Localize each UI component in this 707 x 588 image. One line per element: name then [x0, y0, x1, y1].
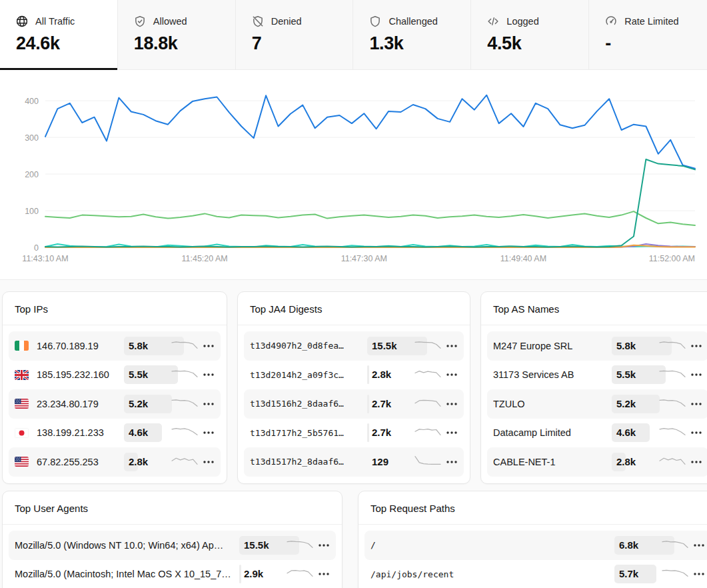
top-panels-row-2: Top User Agents Mozilla/5.0 (Windows NT …: [0, 491, 707, 588]
value-bar: [367, 395, 369, 413]
list-item-top-ja4-digests-1[interactable]: t13d4907h2_0d8fea… 15.5k: [244, 331, 464, 361]
more-options-icon[interactable]: [201, 460, 217, 464]
list-item-value: 2.9k: [244, 568, 263, 579]
list-item-top-user-agents-1[interactable]: Mozilla/5.0 (Windows NT 10.0; Win64; x64…: [9, 531, 336, 560]
list-item-value: 5.5k: [616, 369, 636, 380]
more-options-icon[interactable]: [444, 431, 460, 435]
list-item-top-ips-1[interactable]: 146.70.189.19 5.8k: [9, 331, 221, 361]
tab-denied[interactable]: Denied 7: [236, 0, 354, 70]
tab-head: Challenged: [369, 15, 470, 27]
tab-head: Allowed: [134, 15, 235, 27]
list-item-value: 129: [372, 456, 388, 467]
more-options-icon[interactable]: [688, 373, 704, 377]
x-axis-tick-label: 11:52:00 AM: [649, 254, 695, 263]
sparkline: [414, 368, 444, 381]
globe-icon: [16, 15, 28, 27]
list-item-label: 31173 Services AB: [493, 369, 616, 380]
sparkline: [662, 567, 691, 581]
sparkline: [287, 567, 316, 581]
panel-header: Top User Agents: [3, 491, 342, 525]
more-options-icon[interactable]: [691, 543, 707, 547]
more-options-icon[interactable]: [691, 572, 707, 576]
more-options-icon[interactable]: [688, 431, 704, 435]
list-item-top-as-names-4[interactable]: Datacamp Limited 4.6k: [487, 419, 707, 448]
more-options-icon[interactable]: [688, 460, 704, 464]
panel-body: Mozilla/5.0 (Windows NT 10.0; Win64; x64…: [3, 525, 342, 588]
list-item-value: 2.7k: [372, 398, 391, 409]
tab-value: 7: [252, 33, 353, 54]
more-options-icon[interactable]: [201, 431, 217, 435]
more-options-icon[interactable]: [201, 402, 217, 406]
tab-all-traffic[interactable]: All Traffic 24.6k: [0, 0, 118, 70]
tab-label: All Traffic: [35, 16, 75, 27]
more-options-icon[interactable]: [444, 373, 460, 377]
more-options-icon[interactable]: [316, 543, 332, 547]
tab-allowed[interactable]: Allowed 18.8k: [118, 0, 236, 70]
list-item-value: 5.5k: [129, 369, 148, 380]
list-item-value-cell: 6.8k: [619, 539, 662, 551]
list-item-top-ja4-digests-4[interactable]: t13d1717h2_5b5761… 2.7k: [244, 419, 464, 448]
shield-check-icon: [134, 15, 146, 27]
list-item-top-ja4-digests-3[interactable]: t13d1516h2_8daaf6… 2.7k: [244, 389, 464, 419]
traffic-timeseries-chart[interactable]: 010020030040011:43:10 AM11:45:20 AM11:47…: [0, 70, 707, 270]
list-item-top-request-paths-1[interactable]: / 6.8k: [364, 531, 707, 560]
tab-challenged[interactable]: Challenged 1.3k: [353, 0, 471, 70]
list-item-value-cell: 5.5k: [616, 369, 659, 381]
tab-rate-limited[interactable]: Rate Limited -: [589, 0, 707, 70]
list-item-value-cell: 129: [372, 456, 414, 468]
tab-logged[interactable]: Logged 4.5k: [471, 0, 589, 70]
list-item-value-cell: 5.2k: [129, 398, 171, 410]
list-item-top-as-names-2[interactable]: 31173 Services AB 5.5k: [487, 361, 707, 390]
list-item-top-ips-2[interactable]: 185.195.232.160 5.5k: [9, 361, 221, 390]
list-item-value-cell: 5.8k: [129, 340, 171, 352]
tab-head: Logged: [487, 15, 588, 27]
list-item-top-as-names-5[interactable]: CABLE-NET-1 2.8k: [487, 447, 707, 477]
list-item-top-ips-5[interactable]: 67.82.255.253 2.8k: [9, 447, 221, 477]
list-item-value-cell: 5.8k: [616, 340, 659, 352]
more-options-icon[interactable]: [444, 460, 460, 464]
more-options-icon[interactable]: [316, 572, 332, 576]
list-item-top-ips-3[interactable]: 23.234.80.179 5.2k: [9, 389, 221, 419]
tab-label: Rate Limited: [624, 16, 678, 27]
panel-title: Top Request Paths: [370, 503, 705, 514]
value-bar: [367, 423, 369, 442]
sparkline: [414, 426, 444, 439]
list-item-top-as-names-3[interactable]: TZULO 5.2k: [487, 389, 707, 419]
list-item-label: 146.70.189.19: [37, 341, 129, 351]
panel-title: Top JA4 Digests: [250, 303, 458, 315]
list-item-top-as-names-1[interactable]: M247 Europe SRL 5.8k: [487, 331, 707, 361]
list-item-top-ja4-digests-5[interactable]: t13d1517h2_8daaf6… 129: [244, 447, 464, 477]
flag-us-icon: [15, 457, 29, 467]
value-bar: [367, 365, 369, 384]
more-options-icon[interactable]: [201, 344, 217, 348]
shield-icon: [369, 15, 381, 27]
panel-title: Top IPs: [15, 303, 215, 315]
list-item-top-ja4-digests-2[interactable]: t13d2014h2_a09f3c… 2.8k: [244, 361, 464, 390]
more-options-icon[interactable]: [688, 344, 704, 348]
flag-us-icon: [15, 399, 29, 409]
list-item-top-ips-4[interactable]: 138.199.21.233 4.6k: [9, 419, 221, 448]
list-item-label: t13d1717h2_5b5761…: [250, 428, 372, 438]
y-axis-tick-label: 0: [34, 243, 39, 253]
list-item-value: 15.5k: [244, 539, 269, 551]
list-item-top-request-paths-2[interactable]: /api/jobs/recent 5.7k: [364, 560, 707, 588]
list-item-label: Datacamp Limited: [493, 427, 616, 438]
list-item-value: 2.8k: [616, 456, 636, 467]
tab-label: Logged: [506, 16, 538, 27]
more-options-icon[interactable]: [688, 402, 704, 406]
sparkline: [171, 339, 201, 353]
more-options-icon[interactable]: [201, 373, 217, 377]
flag-ie-icon: [15, 341, 29, 351]
series-line-blue: [45, 95, 695, 169]
list-item-top-user-agents-2[interactable]: Mozilla/5.0 (Macintosh; Intel Mac OS X 1…: [9, 560, 336, 588]
tab-value: 24.6k: [16, 33, 117, 54]
y-axis-tick-label: 400: [25, 97, 39, 106]
list-item-label: Mozilla/5.0 (Windows NT 10.0; Win64; x64…: [15, 540, 244, 551]
more-options-icon[interactable]: [444, 344, 460, 348]
top-panels-row-1: Top IPs 146.70.189.19 5.8k 185.195.232.1…: [0, 291, 707, 484]
panel-title: Top User Agents: [15, 503, 330, 514]
list-item-value-cell: 2.8k: [372, 369, 414, 381]
sparkline: [171, 397, 201, 411]
list-item-value-cell: 15.5k: [244, 539, 287, 551]
more-options-icon[interactable]: [444, 402, 460, 406]
